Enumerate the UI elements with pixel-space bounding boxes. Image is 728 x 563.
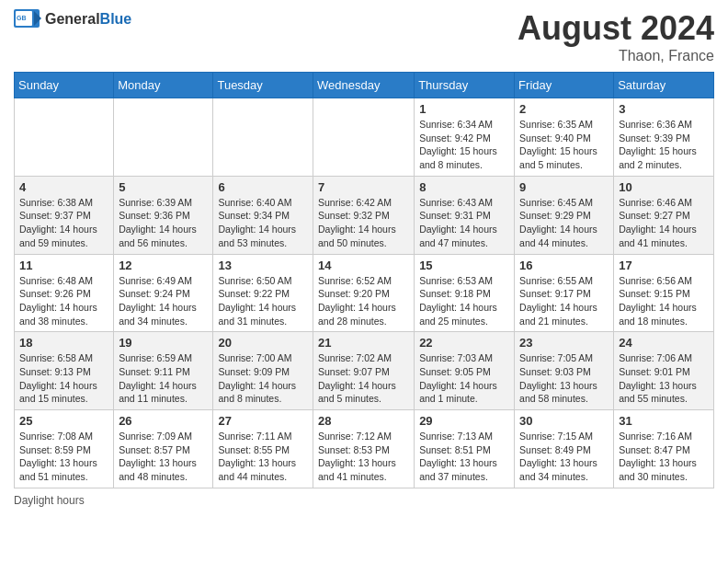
calendar-cell: 18Sunrise: 6:58 AM Sunset: 9:13 PM Dayli… xyxy=(15,332,114,410)
day-number: 30 xyxy=(519,414,609,428)
calendar-cell: 1Sunrise: 6:34 AM Sunset: 9:42 PM Daylig… xyxy=(415,98,515,177)
calendar-cell: 21Sunrise: 7:02 AM Sunset: 9:07 PM Dayli… xyxy=(313,332,415,410)
calendar-day-header: Tuesday xyxy=(213,73,313,98)
day-info: Sunrise: 6:58 AM Sunset: 9:13 PM Dayligh… xyxy=(19,351,108,406)
day-info: Sunrise: 7:02 AM Sunset: 9:07 PM Dayligh… xyxy=(318,351,409,406)
day-info: Sunrise: 6:39 AM Sunset: 9:36 PM Dayligh… xyxy=(119,196,208,250)
day-number: 15 xyxy=(419,259,509,272)
calendar-cell xyxy=(213,98,313,177)
calendar-cell xyxy=(114,98,213,177)
day-info: Sunrise: 7:11 AM Sunset: 8:55 PM Dayligh… xyxy=(218,430,308,484)
logo-blue-text: Blue xyxy=(100,11,132,27)
calendar-cell: 15Sunrise: 6:53 AM Sunset: 9:18 PM Dayli… xyxy=(415,254,515,332)
calendar-day-header: Wednesday xyxy=(313,73,415,98)
calendar-cell: 9Sunrise: 6:45 AM Sunset: 9:29 PM Daylig… xyxy=(515,176,614,254)
day-number: 23 xyxy=(519,336,609,350)
calendar-cell: 31Sunrise: 7:16 AM Sunset: 8:47 PM Dayli… xyxy=(614,410,714,488)
calendar-day-header: Friday xyxy=(515,73,614,98)
day-info: Sunrise: 7:00 AM Sunset: 9:09 PM Dayligh… xyxy=(218,351,308,406)
day-number: 28 xyxy=(318,414,409,428)
calendar-cell: 13Sunrise: 6:50 AM Sunset: 9:22 PM Dayli… xyxy=(213,254,313,332)
day-number: 3 xyxy=(619,102,709,116)
day-number: 12 xyxy=(119,259,208,272)
calendar-week-row: 11Sunrise: 6:48 AM Sunset: 9:26 PM Dayli… xyxy=(15,254,714,332)
calendar-cell: 20Sunrise: 7:00 AM Sunset: 9:09 PM Dayli… xyxy=(213,332,313,410)
day-number: 25 xyxy=(19,414,108,428)
footer: Daylight hours xyxy=(14,494,714,507)
calendar-cell: 14Sunrise: 6:52 AM Sunset: 9:20 PM Dayli… xyxy=(313,254,415,332)
calendar-week-row: 4Sunrise: 6:38 AM Sunset: 9:37 PM Daylig… xyxy=(15,176,714,254)
calendar-cell: 19Sunrise: 6:59 AM Sunset: 9:11 PM Dayli… xyxy=(114,332,213,410)
day-info: Sunrise: 6:52 AM Sunset: 9:20 PM Dayligh… xyxy=(318,274,409,328)
day-info: Sunrise: 6:42 AM Sunset: 9:32 PM Dayligh… xyxy=(318,196,409,250)
calendar-table: SundayMondayTuesdayWednesdayThursdayFrid… xyxy=(14,72,714,488)
calendar-cell: 10Sunrise: 6:46 AM Sunset: 9:27 PM Dayli… xyxy=(614,176,714,254)
calendar-cell: 7Sunrise: 6:42 AM Sunset: 9:32 PM Daylig… xyxy=(313,176,415,254)
page-header: GB GeneralBlue August 2024 Thaon, France xyxy=(14,9,714,64)
calendar-week-row: 25Sunrise: 7:08 AM Sunset: 8:59 PM Dayli… xyxy=(15,410,714,488)
calendar-cell xyxy=(313,98,415,177)
svg-text:GB: GB xyxy=(17,15,27,21)
day-number: 24 xyxy=(619,336,709,350)
calendar-day-header: Thursday xyxy=(415,73,515,98)
calendar-cell: 8Sunrise: 6:43 AM Sunset: 9:31 PM Daylig… xyxy=(415,176,515,254)
day-info: Sunrise: 7:15 AM Sunset: 8:49 PM Dayligh… xyxy=(519,430,609,484)
calendar-cell: 27Sunrise: 7:11 AM Sunset: 8:55 PM Dayli… xyxy=(213,410,313,488)
day-number: 14 xyxy=(318,259,409,272)
calendar-cell: 28Sunrise: 7:12 AM Sunset: 8:53 PM Dayli… xyxy=(313,410,415,488)
day-number: 17 xyxy=(619,259,709,272)
calendar-cell: 2Sunrise: 6:35 AM Sunset: 9:40 PM Daylig… xyxy=(515,98,614,177)
calendar-week-row: 1Sunrise: 6:34 AM Sunset: 9:42 PM Daylig… xyxy=(15,98,714,177)
day-info: Sunrise: 6:40 AM Sunset: 9:34 PM Dayligh… xyxy=(218,196,308,250)
calendar-week-row: 18Sunrise: 6:58 AM Sunset: 9:13 PM Dayli… xyxy=(15,332,714,410)
calendar-day-header: Saturday xyxy=(614,73,714,98)
day-info: Sunrise: 7:09 AM Sunset: 8:57 PM Dayligh… xyxy=(119,430,208,484)
day-info: Sunrise: 6:56 AM Sunset: 9:15 PM Dayligh… xyxy=(619,274,709,328)
day-number: 9 xyxy=(519,180,609,194)
day-info: Sunrise: 6:38 AM Sunset: 9:37 PM Dayligh… xyxy=(19,196,108,250)
logo-icon: GB xyxy=(14,9,41,29)
calendar-cell: 12Sunrise: 6:49 AM Sunset: 9:24 PM Dayli… xyxy=(114,254,213,332)
day-number: 19 xyxy=(119,336,208,350)
day-info: Sunrise: 6:45 AM Sunset: 9:29 PM Dayligh… xyxy=(519,196,609,250)
logo-general-text: General xyxy=(45,11,100,27)
day-info: Sunrise: 6:46 AM Sunset: 9:27 PM Dayligh… xyxy=(619,196,709,250)
day-number: 6 xyxy=(218,180,308,194)
day-info: Sunrise: 7:08 AM Sunset: 8:59 PM Dayligh… xyxy=(19,430,108,484)
day-info: Sunrise: 6:36 AM Sunset: 9:39 PM Dayligh… xyxy=(619,118,709,172)
day-info: Sunrise: 6:49 AM Sunset: 9:24 PM Dayligh… xyxy=(119,274,208,328)
day-info: Sunrise: 6:59 AM Sunset: 9:11 PM Dayligh… xyxy=(119,351,208,406)
day-info: Sunrise: 7:05 AM Sunset: 9:03 PM Dayligh… xyxy=(519,351,609,406)
calendar-cell: 5Sunrise: 6:39 AM Sunset: 9:36 PM Daylig… xyxy=(114,176,213,254)
calendar-cell: 29Sunrise: 7:13 AM Sunset: 8:51 PM Dayli… xyxy=(415,410,515,488)
day-info: Sunrise: 6:35 AM Sunset: 9:40 PM Dayligh… xyxy=(519,118,609,172)
calendar-day-header: Monday xyxy=(114,73,213,98)
day-info: Sunrise: 6:53 AM Sunset: 9:18 PM Dayligh… xyxy=(419,274,509,328)
day-info: Sunrise: 7:13 AM Sunset: 8:51 PM Dayligh… xyxy=(419,430,509,484)
calendar-cell: 22Sunrise: 7:03 AM Sunset: 9:05 PM Dayli… xyxy=(415,332,515,410)
day-info: Sunrise: 7:03 AM Sunset: 9:05 PM Dayligh… xyxy=(419,351,509,406)
day-number: 2 xyxy=(519,102,609,116)
day-info: Sunrise: 7:12 AM Sunset: 8:53 PM Dayligh… xyxy=(318,430,409,484)
calendar-cell xyxy=(15,98,114,177)
day-info: Sunrise: 6:55 AM Sunset: 9:17 PM Dayligh… xyxy=(519,274,609,328)
day-number: 13 xyxy=(218,259,308,272)
calendar-cell: 26Sunrise: 7:09 AM Sunset: 8:57 PM Dayli… xyxy=(114,410,213,488)
calendar-cell: 4Sunrise: 6:38 AM Sunset: 9:37 PM Daylig… xyxy=(15,176,114,254)
day-number: 1 xyxy=(419,102,509,116)
calendar-day-header: Sunday xyxy=(15,73,114,98)
location-subtitle: Thaon, France xyxy=(518,48,714,64)
day-number: 7 xyxy=(318,180,409,194)
day-number: 27 xyxy=(218,414,308,428)
day-info: Sunrise: 7:16 AM Sunset: 8:47 PM Dayligh… xyxy=(619,430,709,484)
daylight-label: Daylight hours xyxy=(14,494,85,507)
month-year-title: August 2024 xyxy=(518,9,714,48)
calendar-cell: 16Sunrise: 6:55 AM Sunset: 9:17 PM Dayli… xyxy=(515,254,614,332)
logo: GB GeneralBlue xyxy=(14,9,131,29)
day-info: Sunrise: 6:34 AM Sunset: 9:42 PM Dayligh… xyxy=(419,118,509,172)
day-number: 16 xyxy=(519,259,609,272)
day-info: Sunrise: 6:43 AM Sunset: 9:31 PM Dayligh… xyxy=(419,196,509,250)
day-number: 10 xyxy=(619,180,709,194)
day-number: 29 xyxy=(419,414,509,428)
day-number: 26 xyxy=(119,414,208,428)
